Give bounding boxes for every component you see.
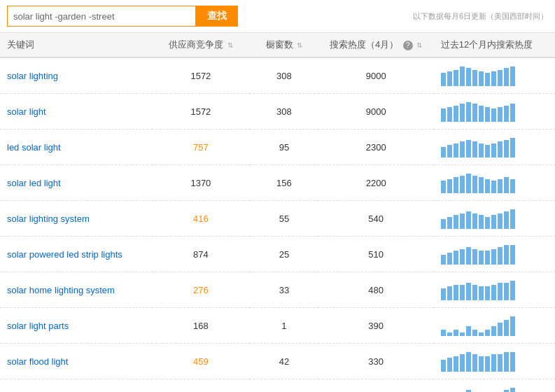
keyword-cell: solar lighting system — [0, 201, 152, 237]
sparkline-bar — [441, 108, 446, 122]
sparkline-bar — [472, 330, 477, 336]
top-bar: 查找 以下数据每月6日更新（美国西部时间） — [0, 0, 555, 33]
table-row: solar home lighting system27633480 — [0, 272, 555, 308]
keyword-cell: solar powered led strip lights — [0, 237, 152, 272]
heat-help-icon[interactable]: ? — [403, 41, 413, 50]
trend-cell — [434, 237, 555, 272]
window-cell: 25 — [250, 379, 318, 393]
competition-cell: 224 — [152, 379, 251, 393]
header-window[interactable]: 橱窗数 ⇅ — [250, 33, 318, 57]
table-row: led solar light757952300 — [0, 130, 555, 165]
sparkline-bar — [441, 330, 446, 336]
table-header-row: 关键词 供应商竞争度 ⇅ 橱窗数 ⇅ 搜索热度（4月） ? ⇅ 过去12个月内搜… — [0, 33, 555, 57]
sparkline — [441, 208, 532, 229]
table-row: solar flood light45942330 — [0, 344, 555, 379]
sparkline-bar — [479, 144, 484, 158]
sparkline-bar — [510, 281, 515, 300]
heat-cell: 540 — [318, 201, 434, 237]
heat-cell: 480 — [318, 272, 434, 308]
sparkline-bar — [479, 106, 484, 122]
sparkline-bar — [485, 107, 490, 122]
sparkline-bar — [472, 141, 477, 158]
sparkline-bar — [466, 102, 471, 122]
sparkline-bar — [504, 352, 509, 372]
sparkline-bar — [498, 247, 503, 265]
competition-cell: 1370 — [152, 165, 251, 201]
sparkline-bar — [504, 177, 509, 193]
trend-cell — [434, 165, 555, 201]
keyword-link[interactable]: solar led light — [7, 178, 61, 188]
sparkline-bar — [504, 106, 509, 122]
window-cell: 55 — [250, 201, 318, 237]
heat-cell: 510 — [318, 237, 434, 272]
sparkline-bar — [460, 104, 465, 122]
sparkline — [441, 172, 532, 193]
sparkline-bar — [504, 283, 509, 300]
trend-cell — [434, 201, 555, 237]
sparkline-bar — [441, 360, 446, 372]
sparkline-bar — [479, 71, 484, 86]
keyword-link[interactable]: solar flood light — [7, 356, 68, 367]
sparkline — [441, 351, 532, 372]
competition-cell: 757 — [152, 130, 251, 165]
sparkline-bar — [472, 104, 477, 122]
keyword-link[interactable]: solar powered led strip lights — [7, 249, 122, 260]
sparkline-bar — [510, 104, 515, 122]
sparkline-bar — [510, 316, 515, 336]
keyword-link[interactable]: solar light parts — [7, 321, 69, 331]
keyword-link[interactable]: solar home lighting system — [7, 285, 115, 295]
sparkline-bar — [504, 140, 509, 158]
header-competition[interactable]: 供应商竞争度 ⇅ — [152, 33, 251, 57]
sparkline-bar — [479, 251, 484, 265]
sparkline-bar — [472, 214, 477, 229]
heat-cell: 2200 — [318, 165, 434, 201]
sparkline-bar — [479, 215, 484, 229]
sparkline-bar — [447, 253, 452, 265]
sparkline-bar — [472, 70, 477, 86]
trend-cell — [434, 130, 555, 165]
competition-cell: 168 — [152, 308, 251, 344]
window-cell: 25 — [250, 237, 318, 272]
sparkline-bar — [485, 251, 490, 265]
search-input[interactable] — [7, 6, 196, 27]
sparkline-bar — [479, 177, 484, 193]
keyword-cell: solar flood light — [0, 344, 152, 379]
sparkline-bar — [447, 358, 452, 372]
keyword-link[interactable]: led solar light — [7, 142, 61, 153]
sparkline-bar — [491, 354, 496, 372]
heat-cell: 390 — [318, 308, 434, 344]
sparkline-bar — [460, 285, 465, 300]
sparkline-bar — [498, 179, 503, 193]
sparkline-bar — [466, 211, 471, 229]
keyword-link[interactable]: solar lighting — [7, 71, 58, 81]
sparkline-bar — [498, 70, 503, 86]
keyword-link[interactable]: solar light — [7, 106, 46, 117]
competition-cell: 1572 — [152, 57, 251, 94]
sparkline-bar — [447, 107, 452, 122]
sparkline-bar — [498, 141, 503, 158]
sparkline-bar — [460, 141, 465, 158]
sparkline — [441, 136, 532, 158]
sparkline-bar — [460, 214, 465, 229]
sparkline-bar — [441, 147, 446, 158]
trend-cell — [434, 379, 555, 393]
sparkline-bar — [460, 332, 465, 336]
keyword-link[interactable]: solar lighting system — [7, 214, 90, 224]
sparkline — [441, 65, 532, 86]
keyword-cell: solar light — [0, 94, 152, 130]
sparkline-bar — [491, 249, 496, 265]
sparkline-bar — [510, 209, 515, 229]
header-heat[interactable]: 搜索热度（4月） ? ⇅ — [318, 33, 434, 57]
sparkline-bar — [498, 107, 503, 122]
search-button[interactable]: 查找 — [196, 6, 238, 27]
table-row: solar light15723089000 — [0, 94, 555, 130]
sparkline-bar — [485, 286, 490, 300]
sparkline-bar — [454, 106, 458, 122]
sparkline-bar — [454, 215, 458, 229]
sparkline-bar — [479, 332, 484, 336]
sparkline-bar — [504, 320, 509, 336]
trend-cell — [434, 272, 555, 308]
sparkline-bar — [466, 326, 471, 336]
sparkline — [441, 386, 532, 392]
sparkline-bar — [460, 249, 465, 265]
